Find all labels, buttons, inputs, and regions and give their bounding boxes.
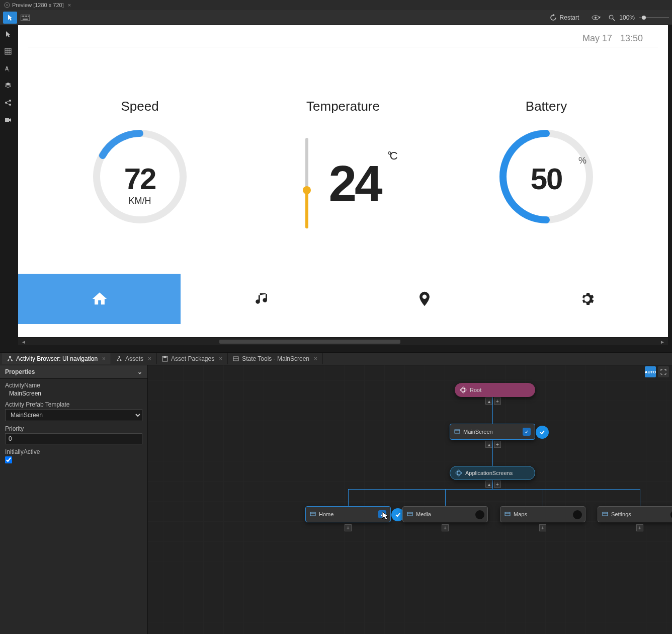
graph-icon: [7, 356, 13, 362]
cursor-tool[interactable]: [3, 12, 17, 24]
speed-unit: KM/H: [90, 196, 190, 206]
pointer-tool[interactable]: [3, 29, 13, 39]
add-node-button[interactable]: +: [494, 398, 501, 405]
initially-active-checkbox[interactable]: [5, 456, 12, 463]
svg-rect-34: [8, 360, 9, 361]
keyboard-tool[interactable]: [18, 12, 32, 24]
node-application-screens[interactable]: ApplicationScreens: [450, 466, 535, 480]
nav-music[interactable]: [181, 274, 343, 324]
close-icon[interactable]: ×: [102, 355, 106, 362]
pin-icon: [416, 290, 433, 307]
node-maps[interactable]: Maps: [500, 506, 585, 522]
svg-rect-33: [9, 356, 11, 358]
svg-text:↓: ↓: [8, 68, 10, 72]
nav-settings[interactable]: [506, 274, 668, 324]
svg-point-32: [422, 295, 427, 299]
add-node-button[interactable]: +: [539, 524, 546, 531]
text-tool[interactable]: A↓: [3, 63, 13, 73]
preview-tab[interactable]: Preview [1280 x 720] ×: [0, 2, 75, 8]
tab-state-tools[interactable]: State Tools - MainScreen ×: [228, 353, 323, 364]
add-node-button[interactable]: +: [494, 481, 501, 488]
activity-graph[interactable]: AUTO ▴ + ▴ + ▴ + Root MainScreen ✓: [148, 365, 672, 634]
tree-icon: [116, 356, 122, 362]
properties-header[interactable]: Properties ⌄: [0, 365, 147, 379]
nav-home[interactable]: [18, 274, 181, 324]
node-label: Root: [470, 387, 481, 393]
zoom-slider-thumb[interactable]: [642, 16, 646, 20]
music-icon: [254, 290, 271, 307]
scroll-thumb[interactable]: [219, 340, 400, 344]
magnifier-icon: [608, 14, 615, 21]
node-checkbox[interactable]: ✓: [378, 510, 386, 518]
camera-tool[interactable]: [3, 115, 13, 125]
chevron-down-icon[interactable]: ⌄: [137, 368, 142, 375]
fit-button[interactable]: [658, 366, 669, 377]
scroll-right-icon[interactable]: ►: [660, 339, 665, 345]
svg-rect-3: [22, 16, 23, 17]
add-node-button[interactable]: +: [494, 441, 501, 448]
screen-icon: [407, 511, 413, 517]
properties-panel: Properties ⌄ ActivityName MainScreen Act…: [0, 365, 148, 634]
node-label: Home: [319, 511, 333, 517]
close-icon[interactable]: ×: [219, 355, 222, 362]
priority-label: Priority: [5, 425, 142, 432]
node-root[interactable]: Root: [455, 383, 535, 397]
keyboard-icon: [21, 15, 30, 21]
tab-assets[interactable]: Assets ×: [111, 353, 157, 364]
visibility-button[interactable]: ▾: [589, 12, 603, 24]
add-node-button[interactable]: +: [636, 524, 643, 531]
svg-point-12: [609, 15, 613, 19]
grid-tool[interactable]: [3, 46, 13, 56]
auto-layout-button[interactable]: AUTO: [645, 366, 656, 377]
tab-label: Asset Packages: [171, 355, 214, 362]
add-node-button[interactable]: +: [345, 524, 352, 531]
zoom-slider[interactable]: [639, 17, 669, 18]
node-apply-button[interactable]: [536, 426, 549, 439]
node-media[interactable]: Media: [402, 506, 488, 522]
close-icon[interactable]: ×: [314, 355, 317, 362]
tab-label: Activity Browser: UI navigation: [16, 355, 98, 362]
root-icon: [460, 386, 467, 393]
horizontal-scrollbar[interactable]: ◄ ►: [18, 338, 668, 345]
node-checkbox[interactable]: ✓: [523, 428, 531, 436]
svg-rect-14: [5, 48, 11, 54]
node-settings[interactable]: Settings: [598, 506, 672, 522]
nav-location[interactable]: [343, 274, 506, 324]
prefab-select[interactable]: MainScreen: [5, 409, 142, 421]
node-label: Maps: [514, 511, 527, 517]
tab-asset-packages[interactable]: Asset Packages ×: [157, 353, 228, 364]
battery-title: Battery: [526, 99, 567, 114]
close-icon[interactable]: ×: [148, 355, 151, 362]
add-up-button[interactable]: ▴: [485, 481, 492, 488]
dashboard-time: 13:50: [620, 33, 643, 44]
temperature-title: Temperature: [273, 99, 413, 114]
svg-rect-54: [310, 512, 315, 516]
battery-unit: %: [578, 155, 586, 166]
scroll-left-icon[interactable]: ◄: [21, 339, 26, 345]
bottom-nav: [18, 274, 668, 324]
preview-canvas[interactable]: May 17 13:50 Speed 72 KM/H Temperature: [18, 25, 668, 337]
add-node-button[interactable]: +: [442, 524, 449, 531]
svg-rect-35: [11, 360, 13, 361]
node-mainscreen[interactable]: MainScreen ✓: [450, 424, 535, 440]
tab-activity-browser[interactable]: Activity Browser: UI navigation ×: [2, 353, 111, 364]
close-icon[interactable]: ×: [68, 2, 71, 8]
activity-name-label: ActivityName: [5, 382, 142, 389]
add-up-button[interactable]: ▴: [485, 441, 492, 448]
svg-point-11: [595, 17, 597, 19]
share-tool[interactable]: [3, 98, 13, 108]
svg-rect-50: [455, 430, 460, 433]
connector: [348, 489, 349, 506]
restart-button[interactable]: Restart: [545, 13, 584, 23]
node-home[interactable]: Home ✓: [305, 506, 391, 522]
tab-label: State Tools - MainScreen: [242, 355, 309, 362]
connector: [492, 440, 493, 466]
svg-rect-6: [26, 16, 27, 17]
dashboard-date: May 17: [582, 33, 612, 44]
connector: [543, 489, 543, 506]
layers-tool[interactable]: [3, 81, 13, 91]
svg-rect-60: [603, 512, 608, 516]
svg-rect-4: [23, 16, 24, 17]
priority-input[interactable]: [5, 433, 142, 444]
add-up-button[interactable]: ▴: [485, 398, 492, 405]
